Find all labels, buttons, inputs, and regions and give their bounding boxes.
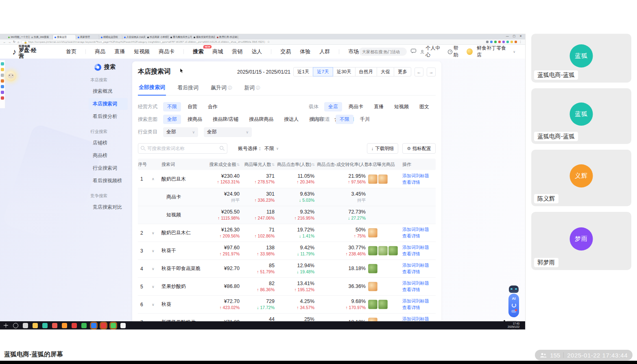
- expand-caret-icon[interactable]: ∨: [152, 267, 161, 271]
- dock-app-icon[interactable]: [1, 62, 4, 65]
- browser-tab[interactable]: 服装货架经营消息-小鹅通: [192, 35, 215, 39]
- tab-飙升词[interactable]: 飙升词ⓘ: [210, 81, 233, 95]
- wps-2[interactable]: [101, 323, 106, 328]
- extension-icon[interactable]: [498, 41, 501, 43]
- file-explorer[interactable]: [33, 323, 38, 328]
- tab-看后搜词[interactable]: 看后搜词: [177, 81, 199, 95]
- product-thumbnail[interactable]: [368, 318, 377, 321]
- app-logo[interactable]: ♪ 抖音电商 罗盘·经营: [12, 45, 41, 59]
- date-button-近7天[interactable]: 近7天: [313, 67, 333, 76]
- participant-tile[interactable]: 蓝狐蓝狐电商-蓝狐: [531, 88, 631, 144]
- product-thumbnail[interactable]: [368, 264, 377, 273]
- browser-tab[interactable]: 商家管理: [76, 35, 99, 39]
- tab-全部搜索词[interactable]: 全部搜索词: [138, 81, 166, 96]
- product-thumbnail[interactable]: [368, 228, 377, 238]
- expand-caret-icon[interactable]: ∨: [152, 249, 161, 253]
- action-link-添加词到标题[interactable]: 添加词到标题: [402, 299, 436, 304]
- browser-tab[interactable]: 青鸟餐饮四方云平台: [169, 35, 192, 39]
- filter-option-短视频[interactable]: 短视频: [390, 102, 413, 111]
- action-link-查看详情[interactable]: 查看详情: [402, 305, 436, 310]
- sidebar-item-看后搜分析[interactable]: 看后搜分析: [89, 111, 128, 122]
- expand-caret-icon[interactable]: ∨: [152, 231, 161, 235]
- extension-icon[interactable]: [502, 41, 505, 43]
- app-red[interactable]: [52, 323, 57, 328]
- nav-item-体验[interactable]: 体验: [300, 48, 310, 55]
- prev-period-button[interactable]: ←: [414, 68, 423, 76]
- app-capcut[interactable]: [42, 323, 48, 328]
- extension-icon[interactable]: [494, 41, 497, 43]
- dock-app-icon[interactable]: [1, 79, 4, 83]
- expand-caret-icon[interactable]: ∧: [152, 177, 161, 181]
- dock-app-icon[interactable]: [1, 91, 4, 94]
- reload-icon[interactable]: ↻: [13, 40, 15, 44]
- action-link-查看详情[interactable]: 查看详情: [402, 180, 436, 185]
- metric-config-button[interactable]: ⚙ 指标配置: [402, 143, 436, 154]
- account-select[interactable]: 账号选择： 不限 ∨: [238, 145, 279, 152]
- action-link-查看详情[interactable]: 查看详情: [402, 233, 436, 239]
- browser-tab[interactable]: 分类_360搜索: [30, 35, 53, 39]
- column-header[interactable]: 商品点击-成交转化率(人数)⇅: [317, 161, 368, 168]
- shop-avatar[interactable]: [467, 48, 473, 55]
- window-controls[interactable]: — ▢ ✕: [506, 35, 524, 38]
- sidebar-item-行业搜索词[interactable]: 行业搜索词: [89, 162, 128, 174]
- task-view-button[interactable]: [23, 323, 28, 328]
- nav-item-首页[interactable]: 首页: [66, 48, 76, 55]
- filter-option-不限[interactable]: 不限: [163, 102, 181, 111]
- firefox[interactable]: [62, 323, 67, 328]
- sidebar-item-商品榜[interactable]: 商品榜: [89, 150, 128, 161]
- nav-item-短视频[interactable]: 短视频: [134, 48, 150, 55]
- nav-item-商品卡[interactable]: 商品卡: [159, 48, 175, 55]
- taskbar-clock[interactable]: 17:43 2025/1/22: [508, 322, 519, 329]
- filter-option-图文[interactable]: 图文: [415, 102, 433, 111]
- url-bar[interactable]: 🔒 https://compass.jinritemai.com/shop/se…: [21, 40, 265, 44]
- product-thumbnail[interactable]: [388, 246, 398, 255]
- action-link-添加词到标题[interactable]: 添加词到标题: [402, 263, 436, 268]
- expand-caret-icon[interactable]: ∨: [152, 285, 161, 289]
- search-submit-icon[interactable]: [220, 146, 223, 150]
- ai-pill[interactable]: AI: [508, 294, 519, 317]
- action-link-添加词到标题[interactable]: 添加词到标题: [402, 281, 436, 286]
- extension-icon[interactable]: [490, 41, 493, 43]
- expand-caret-icon[interactable]: ∨: [152, 303, 161, 307]
- sidebar-item-竞店搜索对比[interactable]: 竞店搜索对比: [89, 201, 128, 213]
- filter-option-搜品牌商品[interactable]: 搜品牌商品: [245, 115, 277, 124]
- personal-center-link[interactable]: 个人中心: [420, 45, 444, 59]
- pet-mascot[interactable]: [6, 71, 16, 81]
- tab-新词[interactable]: 新词ⓘ: [243, 81, 261, 95]
- sidebar-item-本店搜索词[interactable]: 本店搜索词: [89, 98, 128, 110]
- message-icon[interactable]: [411, 49, 416, 55]
- date-button-近30天[interactable]: 近30天: [333, 67, 356, 76]
- participant-tile[interactable]: 梦雨郭梦雨: [531, 212, 631, 270]
- bookmark-star-icon[interactable]: ☆: [267, 40, 270, 44]
- nav-item-商城[interactable]: 商城: [212, 48, 223, 55]
- nav-item-市场[interactable]: 市场: [348, 48, 359, 55]
- nav-item-人群[interactable]: 人群: [319, 48, 330, 55]
- edge[interactable]: [91, 323, 96, 328]
- participant-tile[interactable]: 蓝狐蓝狐电商-蓝狐: [531, 34, 631, 83]
- participant-count[interactable]: 155: [550, 352, 560, 359]
- extension-icon[interactable]: [515, 41, 517, 43]
- category-select[interactable]: 全部∨: [204, 127, 252, 137]
- download-details-button[interactable]: ↓ 下载明细: [367, 143, 399, 154]
- filter-option-不限[interactable]: 不限: [336, 115, 353, 124]
- shop-name[interactable]: 鲜食补丁零食店: [477, 45, 509, 59]
- filter-option-商品卡[interactable]: 商品卡: [345, 102, 367, 111]
- search-button[interactable]: [13, 323, 18, 328]
- action-link-查看详情[interactable]: 查看详情: [402, 269, 436, 275]
- nav-item-达人[interactable]: 达人: [251, 48, 262, 55]
- category-select[interactable]: 全部∨: [163, 127, 198, 137]
- action-link-添加词到标题[interactable]: 添加词到标题: [402, 245, 436, 250]
- product-thumbnail[interactable]: [378, 300, 388, 309]
- filter-option-千川[interactable]: 千川: [356, 115, 374, 124]
- sidebar-item-店铺榜[interactable]: 店铺榜: [89, 137, 128, 149]
- dock-app-icon[interactable]: [1, 68, 4, 71]
- sort-icon[interactable]: ⇅: [271, 163, 275, 167]
- sort-icon[interactable]: ⇅: [236, 163, 240, 167]
- sort-icon[interactable]: ⇅: [312, 163, 315, 167]
- product-thumbnail[interactable]: [368, 246, 377, 255]
- nav-item-营销[interactable]: 营销: [232, 48, 242, 55]
- filter-option-自营[interactable]: 自营: [183, 102, 201, 111]
- browser-tab[interactable]: 抖店商家·小米权限申请: [146, 35, 169, 39]
- forward-icon[interactable]: →: [8, 41, 11, 44]
- sidebar-item-搜索概况[interactable]: 搜索概况: [89, 85, 128, 97]
